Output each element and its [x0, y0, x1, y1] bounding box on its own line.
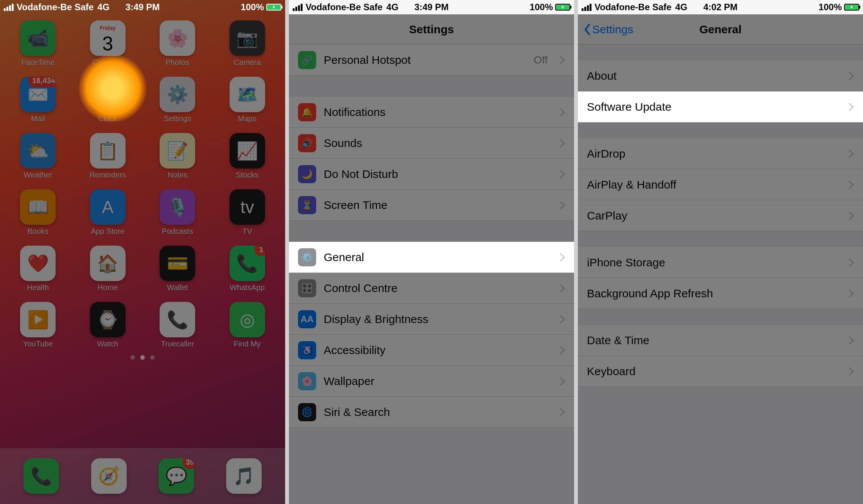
dock-app[interactable]: 💬39 — [158, 458, 194, 494]
dock-app[interactable]: 📞 — [23, 458, 59, 494]
settings-row-general[interactable]: ⚙️General — [289, 242, 574, 273]
apps-grid: 📹FaceTimeFriday3Calendar🌸Photos📷Camera✉️… — [0, 14, 285, 348]
dock-app[interactable]: 🎵 — [226, 458, 262, 494]
app-notes[interactable]: 📝Notes — [146, 133, 209, 179]
back-button[interactable]: Settings — [584, 23, 633, 36]
general-row-carplay[interactable]: CarPlay — [578, 200, 863, 231]
app-calendar[interactable]: Friday3Calendar — [77, 20, 139, 67]
app-clock[interactable]: 🕙Clock — [77, 77, 139, 123]
general-row-airplay-handoff[interactable]: AirPlay & Handoff — [578, 169, 863, 200]
settings-list[interactable]: 🔗Personal HotspotOff🔔Notifications🔊Sound… — [289, 45, 574, 504]
app-home[interactable]: 🏠Home — [77, 246, 139, 292]
app-icon: 🗺️ — [230, 77, 265, 112]
app-mail[interactable]: ✉️18,434Mail — [7, 77, 69, 123]
carrier-label: Vodafone-Be Safe — [306, 2, 383, 12]
app-glyph: 🌸 — [167, 28, 188, 48]
app-health[interactable]: ❤️Health — [7, 246, 69, 292]
app-glyph: A — [102, 197, 113, 217]
page-dot — [140, 355, 145, 360]
app-icon: 📝 — [160, 133, 195, 169]
row-label: iPhone Storage — [587, 256, 841, 269]
chevron-right-icon — [849, 367, 854, 376]
app-glyph: 📞 — [236, 253, 258, 274]
app-glyph: 📝 — [167, 141, 188, 161]
chevron-right-icon — [560, 170, 565, 178]
settings-row-siri-search[interactable]: 🌀Siri & Search — [289, 397, 574, 428]
app-glyph: ⛅ — [27, 141, 49, 161]
row-label: Control Centre — [324, 282, 552, 295]
row-label: Siri & Search — [324, 406, 552, 419]
general-row-airdrop[interactable]: AirDrop — [578, 138, 863, 169]
general-row-keyboard[interactable]: Keyboard — [578, 356, 863, 387]
dock-app[interactable]: 🧭 — [91, 458, 127, 494]
row-label: Keyboard — [587, 365, 841, 378]
app-maps[interactable]: 🗺️Maps — [216, 77, 279, 123]
chevron-right-icon — [560, 408, 565, 416]
app-facetime[interactable]: 📹FaceTime — [7, 20, 69, 67]
app-tv[interactable]: tvTV — [216, 189, 279, 236]
settings-row-personal-hotspot[interactable]: 🔗Personal HotspotOff — [289, 45, 574, 76]
chevron-right-icon — [849, 258, 854, 267]
back-label: Settings — [592, 23, 633, 36]
app-icon: 📞 — [160, 302, 195, 337]
general-list[interactable]: AboutSoftware UpdateAirDropAirPlay & Han… — [578, 45, 863, 504]
row-icon: 🌸 — [298, 372, 316, 390]
app-icon: Friday3 — [90, 20, 126, 56]
row-icon: ♿ — [298, 341, 316, 359]
general-row-iphone-storage[interactable]: iPhone Storage — [578, 247, 863, 278]
app-books[interactable]: 📖Books — [7, 189, 69, 236]
row-icon: AA — [298, 310, 316, 328]
calendar-day-label: Friday — [90, 20, 126, 31]
general-row-date-time[interactable]: Date & Time — [578, 325, 863, 356]
settings-row-do-not-disturb[interactable]: 🌙Do Not Disturb — [289, 159, 574, 190]
app-label: Books — [27, 227, 48, 236]
settings-row-screen-time[interactable]: ⏳Screen Time — [289, 190, 574, 221]
app-podcasts[interactable]: 🎙️Podcasts — [146, 189, 209, 236]
app-glyph: ⌚ — [97, 309, 118, 330]
chevron-right-icon — [560, 108, 565, 116]
phone-general: Vodafone-Be Safe 4G 4:02 PM 100% Setting… — [578, 0, 863, 504]
app-label: Maps — [238, 114, 256, 123]
app-icon: ◎ — [230, 302, 265, 337]
app-glyph: ⚙️ — [167, 84, 188, 105]
app-find-my[interactable]: ◎Find My — [216, 302, 279, 348]
settings-row-sounds[interactable]: 🔊Sounds — [289, 128, 574, 159]
app-truecaller[interactable]: 📞Truecaller — [146, 302, 209, 348]
app-youtube[interactable]: ▶️YouTube — [7, 302, 69, 348]
general-row-software-update[interactable]: Software Update — [578, 91, 863, 122]
app-label: FaceTime — [21, 58, 54, 67]
app-reminders[interactable]: 📋Reminders — [77, 133, 139, 179]
app-settings[interactable]: ⚙️Settings — [146, 77, 209, 123]
app-watch[interactable]: ⌚Watch — [77, 302, 139, 348]
app-camera[interactable]: 📷Camera — [216, 20, 279, 67]
settings-row-notifications[interactable]: 🔔Notifications — [289, 97, 574, 128]
settings-row-wallpaper[interactable]: 🌸Wallpaper — [289, 366, 574, 397]
general-row-about[interactable]: About — [578, 60, 863, 91]
settings-row-accessibility[interactable]: ♿Accessibility — [289, 335, 574, 366]
app-icon: ❤️ — [20, 246, 56, 281]
app-label: Clock — [98, 114, 117, 123]
page-dots[interactable] — [0, 355, 285, 360]
app-weather[interactable]: ⛅Weather — [7, 133, 69, 179]
app-icon: ⛅ — [20, 133, 56, 169]
settings-row-display-brightness[interactable]: AADisplay & Brightness — [289, 304, 574, 335]
section-spacer — [578, 122, 863, 138]
app-photos[interactable]: 🌸Photos — [146, 20, 209, 67]
app-icon: tv — [230, 189, 265, 225]
app-whatsapp[interactable]: 📞1WhatsApp — [216, 246, 279, 292]
app-wallet[interactable]: 💳Wallet — [146, 246, 209, 292]
row-icon: 🎛️ — [298, 279, 316, 297]
row-icon: 🌀 — [298, 403, 316, 421]
app-label: App Store — [91, 227, 124, 236]
row-icon: ⚙️ — [298, 248, 316, 266]
network-label: 4G — [386, 2, 399, 12]
section-spacer — [578, 309, 863, 325]
app-stocks[interactable]: 📈Stocks — [216, 133, 279, 179]
general-row-background-app-refresh[interactable]: Background App Refresh — [578, 278, 863, 309]
app-app-store[interactable]: AApp Store — [77, 189, 139, 236]
status-bar: Vodafone-Be Safe 4G 3:49 PM 100% — [289, 0, 574, 14]
settings-row-control-centre[interactable]: 🎛️Control Centre — [289, 273, 574, 304]
row-label: CarPlay — [587, 209, 841, 222]
app-glyph: 📷 — [236, 28, 258, 48]
app-icon: 📹 — [20, 20, 56, 56]
